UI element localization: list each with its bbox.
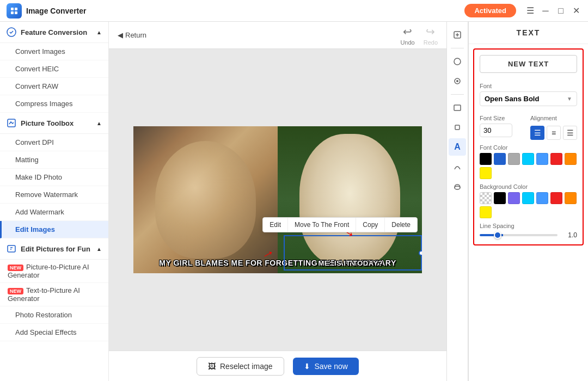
sidebar-item-convert-raw[interactable]: Convert RAW (0, 78, 108, 95)
new-text-button[interactable]: NEW TEXT (480, 55, 577, 73)
bg-color-swatches (480, 192, 577, 218)
panel-title: TEXT (469, 22, 588, 44)
sidebar-item-add-special-effects[interactable]: Add Special Effects (0, 324, 108, 341)
alignment-label: Alignment (530, 115, 577, 121)
sidebar-section-feature-conversion[interactable]: Feature Conversion ▲ (0, 22, 108, 43)
minimize-icon[interactable]: ─ (540, 5, 551, 16)
bg-color-lightblue[interactable] (536, 192, 548, 204)
align-left-btn[interactable]: ☰ (530, 126, 544, 140)
panel-content: NEW TEXT Font Open Sans Bold ▼ Font Size… (473, 48, 584, 245)
sidebar-item-convert-heic[interactable]: Convert HEIC (0, 60, 108, 78)
edit-pictures-chevron: ▲ (96, 246, 102, 252)
text-tool-icon: A (454, 142, 461, 152)
font-color-lightblue[interactable] (536, 153, 548, 165)
tool-divider-2 (451, 94, 464, 95)
undo-button[interactable]: ↩ Undo (400, 25, 414, 46)
meme-image[interactable]: MY GIRL BLAMES ME FOR FORGETTING THE ANN… (133, 126, 422, 273)
font-size-label: Font Size (480, 115, 526, 121)
font-color-black[interactable] (480, 153, 492, 165)
alignment-buttons: ☰ ≡ ☰ (530, 126, 577, 140)
sidebar-item-compress-images[interactable]: Compress Images (0, 95, 108, 113)
mosaic-tool[interactable] (449, 158, 466, 175)
save-label: Save now (315, 362, 348, 371)
rect-tool[interactable] (449, 99, 466, 116)
right-panel: TEXT NEW TEXT Font Open Sans Bold ▼ Font… (468, 22, 588, 381)
bg-color-purple[interactable] (508, 192, 520, 204)
bg-color-cyan[interactable] (522, 192, 534, 204)
font-color-yellow[interactable] (480, 167, 492, 179)
circle-tool[interactable] (449, 53, 466, 70)
image-container: MY GIRL BLAMES ME FOR FORGETTING THE ANN… (133, 126, 422, 273)
font-color-orange[interactable] (565, 153, 577, 165)
bg-color-transparent[interactable] (480, 192, 492, 204)
bg-color-orange[interactable] (565, 192, 577, 204)
tool-divider-1 (451, 48, 464, 48)
meme-text-right[interactable]: ME: IS IT TODAY? (284, 259, 418, 268)
font-color-blue[interactable] (494, 153, 506, 165)
context-menu-delete[interactable]: Delete (385, 218, 417, 232)
menu-icon[interactable]: ☰ (525, 5, 536, 16)
save-icon: ⬇ (304, 362, 310, 371)
sidebar-item-edit-images[interactable]: Edit Images (0, 221, 108, 238)
align-center-btn[interactable]: ≡ (547, 126, 561, 140)
context-menu: Edit Move To The Front Copy Delete (262, 217, 418, 232)
line-spacing-label: Line Spacing (480, 223, 577, 229)
content-area: ◀ Return ↩ Undo ↪ Redo (109, 22, 446, 381)
eraser-tool[interactable] (449, 177, 466, 195)
font-color-swatches (480, 153, 577, 179)
align-right-btn[interactable]: ☰ (563, 126, 577, 140)
sidebar-item-remove-watermark[interactable]: Remove Watermark (0, 186, 108, 204)
maximize-icon[interactable]: □ (555, 5, 566, 16)
pin-tool[interactable] (449, 26, 466, 44)
svg-point-10 (456, 80, 458, 82)
bg-color-red[interactable] (550, 192, 562, 204)
save-button[interactable]: ⬇ Save now (293, 358, 359, 375)
font-color-label: Font Color (480, 144, 577, 151)
sidebar-item-add-watermark[interactable]: Add Watermark (0, 204, 108, 221)
sidebar-item-make-id-photo[interactable]: Make ID Photo (0, 169, 108, 186)
sidebar-item-text-to-picture[interactable]: NEWText-to-Picture AI Generator (0, 283, 108, 306)
canvas-area: MY GIRL BLAMES ME FOR FORGETTING THE ANN… (109, 49, 446, 351)
sidebar: Feature Conversion ▲ Convert Images Conv… (0, 22, 109, 381)
bg-color-yellow[interactable] (480, 206, 492, 218)
redo-button[interactable]: ↪ Redo (424, 25, 438, 46)
svg-rect-0 (11, 8, 14, 10)
context-menu-move-front[interactable]: Move To The Front (288, 218, 356, 232)
bottom-toolbar: 🖼 Reselect image ⬇ Save now (109, 351, 446, 381)
bg-color-black[interactable] (494, 192, 506, 204)
sidebar-section-edit-pictures[interactable]: Edit Pictures for Fun ▲ (0, 238, 108, 260)
font-size-input[interactable] (480, 124, 512, 137)
layer-tool[interactable] (449, 72, 466, 90)
sidebar-item-convert-dpi[interactable]: Convert DPI (0, 134, 108, 151)
sidebar-item-photo-restoration[interactable]: Photo Restoration (0, 306, 108, 324)
feature-conversion-label: Feature Conversion (21, 28, 87, 36)
context-menu-edit[interactable]: Edit (263, 218, 288, 232)
line-spacing-slider[interactable] (480, 234, 558, 236)
svg-rect-6 (8, 245, 15, 252)
activated-button[interactable]: Activated (464, 4, 516, 17)
svg-point-8 (454, 58, 461, 65)
sidebar-item-convert-images[interactable]: Convert Images (0, 43, 108, 60)
main-layout: Feature Conversion ▲ Convert Images Conv… (0, 22, 588, 381)
feature-conversion-icon (7, 27, 16, 37)
font-value: Open Sans Bold (485, 95, 567, 103)
return-label: Return (125, 31, 146, 39)
titlebar: Image Converter Activated ☰ ─ □ ✕ (0, 0, 588, 22)
sidebar-item-picture-to-picture[interactable]: NEWPicture-to-Picture AI Generator (0, 260, 108, 283)
picture-toolbox-icon (7, 118, 16, 128)
font-color-red[interactable] (550, 153, 562, 165)
font-select[interactable]: Open Sans Bold ▼ (480, 91, 577, 106)
font-color-cyan[interactable] (522, 153, 534, 165)
font-color-gray[interactable] (508, 153, 520, 165)
return-button[interactable]: ◀ Return (118, 31, 146, 39)
context-menu-copy[interactable]: Copy (356, 218, 385, 232)
close-icon[interactable]: ✕ (571, 5, 581, 16)
small-rect-tool[interactable] (449, 119, 466, 136)
undo-icon: ↩ (403, 25, 412, 38)
bg-color-label: Background Color (480, 183, 577, 190)
app-title: Image Converter (26, 7, 464, 15)
reselect-button[interactable]: 🖼 Reselect image (197, 357, 284, 376)
text-tool[interactable]: A (449, 138, 466, 156)
sidebar-section-picture-toolbox[interactable]: Picture Toolbox ▲ (0, 113, 108, 134)
sidebar-item-matting[interactable]: Matting (0, 151, 108, 169)
